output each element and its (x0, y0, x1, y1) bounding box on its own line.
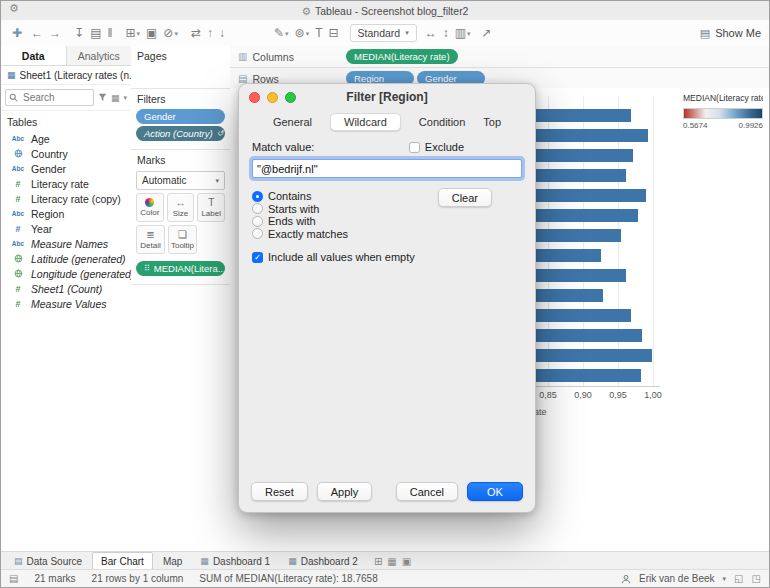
label-button[interactable]: T Label (197, 193, 225, 222)
clear-button[interactable]: Clear (438, 188, 492, 207)
field-row-region[interactable]: AbcRegion (1, 206, 131, 221)
swap-axes-icon[interactable]: ⇄ (191, 27, 201, 39)
radio-icon[interactable] (252, 216, 263, 227)
cancel-button[interactable]: Cancel (396, 482, 458, 501)
field-row-country[interactable]: Country (1, 146, 131, 161)
sheet-tab-data-source[interactable]: ▤Data Source (6, 553, 90, 569)
new-dashboard-button[interactable]: ▦ (387, 556, 396, 567)
exclude-checkbox[interactable]: Exclude (409, 141, 464, 153)
add-data-icon[interactable]: ▤ (90, 27, 101, 39)
sort-descending-icon[interactable]: ↓ (219, 27, 225, 39)
color-legend-card[interactable]: MEDIAN(Literacy rate) 0.5674 0.9926 (677, 88, 769, 552)
share-icon[interactable]: ↗ (482, 27, 492, 39)
radio-icon[interactable] (252, 228, 263, 239)
marks-card[interactable]: Marks Automatic ▾ Color ↔ Size T Label (131, 150, 230, 285)
tab-data[interactable]: Data (1, 46, 66, 65)
highlight-icon-caret[interactable]: ▾ (285, 30, 289, 37)
tab-analytics[interactable]: Analytics (66, 46, 132, 65)
field-row-latitude-generated[interactable]: Latitude (generated) (1, 251, 131, 266)
filters-card[interactable]: Filters GenderAction (Country)↺ (131, 89, 230, 150)
radio-icon[interactable] (252, 191, 263, 202)
pause-updates-icon[interactable]: ‖ (107, 27, 112, 39)
exclude-checkbox-box[interactable] (409, 142, 420, 153)
filter-fields-icon[interactable] (98, 93, 107, 102)
field-row-age[interactable]: AbcAge (1, 131, 131, 146)
field-row-literacy-rate[interactable]: #Literacy rate (1, 176, 131, 191)
show-cards-icon-caret[interactable]: ▾ (467, 30, 471, 37)
fit-select[interactable]: Standard▾ (350, 24, 417, 42)
fit-height-icon[interactable]: ↕ (443, 27, 449, 39)
field-row-sheet1-count[interactable]: #Sheet1 (Count) (1, 281, 131, 296)
new-worksheet-icon[interactable]: ⊞ (125, 27, 135, 39)
sheet-tab-dashboard-1[interactable]: ▦Dashboard 1 (192, 553, 278, 569)
marks-pill-median[interactable]: ⠿ MEDIAN(Litera... (136, 261, 225, 276)
dialog-tab-general[interactable]: General (273, 116, 312, 128)
legend-gradient[interactable] (683, 108, 763, 119)
apply-button[interactable]: Apply (317, 482, 373, 501)
field-row-gender[interactable]: AbcGender (1, 161, 131, 176)
dialog-tab-condition[interactable]: Condition (419, 116, 465, 128)
filter-pill-gender[interactable]: Gender (136, 109, 225, 124)
pages-card[interactable]: Pages (131, 46, 230, 89)
window-full-icon[interactable]: ◳ (752, 573, 761, 584)
title-gear-icon: ⚙ (302, 5, 311, 17)
undo-icon[interactable]: ← (31, 27, 43, 39)
mark-type-select[interactable]: Automatic ▾ (136, 171, 225, 190)
match-option-ends-with[interactable]: Ends with (252, 215, 522, 228)
clear-sheet-icon-caret[interactable]: ▾ (174, 30, 178, 37)
dialog-tab-top[interactable]: Top (483, 116, 501, 128)
redo-icon[interactable]: → (49, 27, 61, 39)
ok-button[interactable]: OK (467, 482, 523, 501)
data-source-item[interactable]: ▦ Sheet1 (Literacy rates (n... (1, 66, 131, 85)
reset-button[interactable]: Reset (251, 482, 308, 501)
new-worksheet-button[interactable]: ⊞ (374, 556, 382, 567)
field-row-measure-values[interactable]: #Measure Values (1, 296, 131, 311)
filter-pill-label: Gender (144, 111, 176, 122)
show-mark-labels-icon[interactable]: T (315, 27, 322, 39)
highlight-icon[interactable]: ✎ (274, 27, 284, 39)
radio-icon[interactable] (252, 203, 263, 214)
group-members-icon[interactable]: ⊚ (295, 27, 305, 39)
pill-median-literacy-rate[interactable]: MEDIAN(Literacy rate) (346, 49, 458, 64)
sheet-tab-bar-chart[interactable]: Bar Chart (92, 552, 153, 570)
sort-ascending-icon[interactable]: ↑ (207, 27, 213, 39)
window-restore-icon[interactable]: ◱ (734, 573, 743, 584)
include-all-checkbox-box[interactable]: ✓ (252, 252, 263, 263)
size-button[interactable]: ↔ Size (167, 193, 195, 222)
maximize-icon[interactable] (285, 92, 296, 103)
save-icon[interactable]: ↧ (74, 27, 84, 39)
duplicate-icon[interactable]: ▣ (146, 27, 157, 39)
new-story-button[interactable]: ▣ (402, 556, 411, 567)
new-worksheet-icon-caret[interactable]: ▾ (137, 30, 141, 37)
match-value-input[interactable] (252, 159, 522, 178)
columns-shelf[interactable]: ▥ Columns MEDIAN(Literacy rate) (230, 46, 769, 68)
field-row-literacy-rate-copy[interactable]: #Literacy rate (copy) (1, 191, 131, 206)
match-option-exactly-matches[interactable]: Exactly matches (252, 228, 522, 241)
user-menu[interactable]: Erik van de Beek (639, 573, 715, 584)
field-row-year[interactable]: #Year (1, 221, 131, 236)
tableau-logo-icon[interactable]: ✚ (12, 27, 22, 39)
include-all-checkbox[interactable]: ✓ Include all values when empty (252, 251, 522, 263)
minimize-icon[interactable] (267, 92, 278, 103)
dialog-tab-wildcard[interactable]: Wildcard (330, 113, 401, 131)
filter-pill-action-country[interactable]: Action (Country)↺ (136, 126, 225, 141)
show-cards-icon[interactable]: ▥ (455, 27, 466, 39)
sheet-tab-map[interactable]: Map (155, 553, 190, 569)
field-row-measure-names[interactable]: AbcMeasure Names (1, 236, 131, 251)
chevron-down-icon[interactable]: ▾ (123, 94, 127, 102)
show-me-button[interactable]: ▤ Show Me (700, 27, 761, 40)
view-toggle-icon[interactable]: ▦ (111, 93, 120, 103)
fix-axes-icon[interactable]: ⊟ (329, 27, 339, 39)
clear-sheet-icon[interactable]: ⊘ (163, 27, 173, 39)
tooltip-button[interactable]: ❏ Tooltip (168, 225, 197, 254)
detail-button[interactable]: ≣ Detail (136, 225, 165, 254)
sheet-tab-dashboard-2[interactable]: ▦Dashboard 2 (280, 553, 366, 569)
chevron-down-icon[interactable]: ▾ (723, 575, 727, 583)
color-button[interactable]: Color (136, 193, 164, 222)
close-icon[interactable] (249, 92, 260, 103)
search-input[interactable] (21, 91, 90, 104)
fit-width-icon[interactable]: ↔ (425, 27, 437, 39)
group-members-icon-caret[interactable]: ▾ (306, 30, 310, 37)
field-row-longitude-generated[interactable]: Longitude (generated) (1, 266, 131, 281)
search-box[interactable] (5, 89, 94, 106)
